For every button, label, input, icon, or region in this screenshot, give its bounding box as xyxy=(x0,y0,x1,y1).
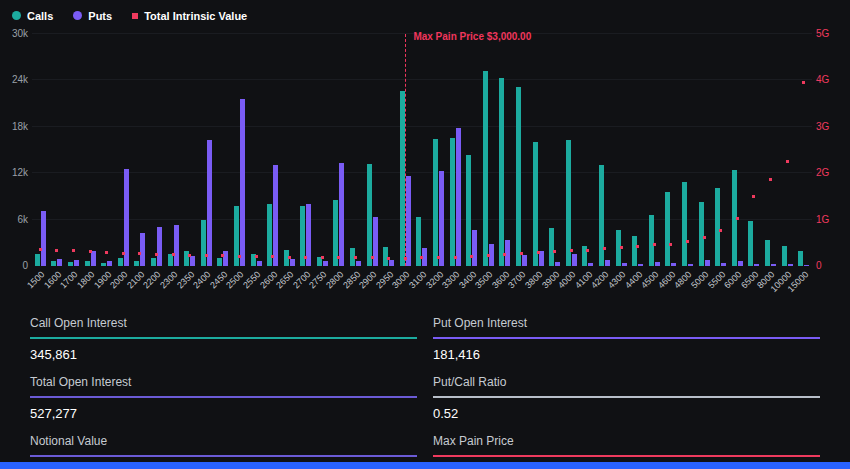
put-bar-4300[interactable] xyxy=(622,263,627,266)
call-bar-2200[interactable] xyxy=(151,258,156,266)
put-bar-2100[interactable] xyxy=(140,233,145,266)
put-bar-2200[interactable] xyxy=(157,227,162,266)
intrinsic-value-point-3900[interactable] xyxy=(553,250,556,253)
call-bar-3900[interactable] xyxy=(549,228,554,266)
call-bar-2100[interactable] xyxy=(134,261,139,266)
intrinsic-value-point-3200[interactable] xyxy=(437,256,440,259)
call-bar-3300[interactable] xyxy=(450,138,455,266)
put-bar-2400[interactable] xyxy=(207,140,212,266)
call-bar-6500[interactable] xyxy=(748,221,753,266)
legend-item-calls[interactable]: Calls xyxy=(12,10,53,22)
intrinsic-value-point-5000[interactable] xyxy=(703,236,706,239)
call-bar-2400[interactable] xyxy=(201,220,206,266)
intrinsic-value-point-4400[interactable] xyxy=(636,245,639,248)
intrinsic-value-point-2500[interactable] xyxy=(238,255,241,258)
intrinsic-value-point-1500[interactable] xyxy=(39,248,42,251)
call-bar-5000[interactable] xyxy=(699,202,704,266)
intrinsic-value-point-15000[interactable] xyxy=(802,81,805,84)
intrinsic-value-point-4300[interactable] xyxy=(620,246,623,249)
intrinsic-value-point-1900[interactable] xyxy=(105,251,108,254)
intrinsic-value-point-3800[interactable] xyxy=(537,251,540,254)
intrinsic-value-point-2200[interactable] xyxy=(155,253,158,256)
call-bar-4200[interactable] xyxy=(599,165,604,266)
call-bar-3800[interactable] xyxy=(533,142,538,267)
intrinsic-value-point-6000[interactable] xyxy=(736,217,739,220)
put-bar-2550[interactable] xyxy=(257,261,262,266)
intrinsic-value-point-2850[interactable] xyxy=(354,256,357,259)
call-bar-1600[interactable] xyxy=(51,261,56,266)
legend-item-total-intrinsic-value[interactable]: Total Intrinsic Value xyxy=(132,10,247,22)
put-bar-5000[interactable] xyxy=(705,260,710,266)
put-bar-1500[interactable] xyxy=(41,211,46,266)
put-bar-3400[interactable] xyxy=(472,230,477,266)
call-bar-10000[interactable] xyxy=(782,246,787,266)
intrinsic-value-point-2650[interactable] xyxy=(288,256,291,259)
put-bar-4500[interactable] xyxy=(655,262,660,266)
intrinsic-value-point-1600[interactable] xyxy=(55,249,58,252)
intrinsic-value-point-2750[interactable] xyxy=(321,256,324,259)
intrinsic-value-point-4000[interactable] xyxy=(570,249,573,252)
put-bar-3700[interactable] xyxy=(522,255,527,266)
call-bar-3000[interactable] xyxy=(400,91,405,266)
call-bar-2000[interactable] xyxy=(118,258,123,266)
intrinsic-value-point-2400[interactable] xyxy=(205,254,208,257)
put-bar-1700[interactable] xyxy=(74,260,79,266)
intrinsic-value-point-2100[interactable] xyxy=(138,252,141,255)
call-bar-15000[interactable] xyxy=(798,251,803,266)
intrinsic-value-point-2300[interactable] xyxy=(172,253,175,256)
put-bar-5500[interactable] xyxy=(721,263,726,266)
intrinsic-value-point-4800[interactable] xyxy=(686,240,689,243)
call-bar-4000[interactable] xyxy=(566,140,571,266)
call-bar-4600[interactable] xyxy=(665,192,670,266)
intrinsic-value-point-8000[interactable] xyxy=(769,178,772,181)
put-bar-2850[interactable] xyxy=(356,261,361,266)
put-bar-3300[interactable] xyxy=(456,128,461,266)
call-bar-1500[interactable] xyxy=(35,254,40,266)
put-bar-2300[interactable] xyxy=(174,225,179,266)
put-bar-2500[interactable] xyxy=(240,99,245,266)
call-bar-3200[interactable] xyxy=(433,139,438,266)
put-bar-3000[interactable] xyxy=(406,176,411,266)
intrinsic-value-point-4600[interactable] xyxy=(669,243,672,246)
put-bar-8000[interactable] xyxy=(771,264,776,266)
put-bar-2350[interactable] xyxy=(190,256,195,266)
put-bar-3900[interactable] xyxy=(555,262,560,266)
intrinsic-value-point-3700[interactable] xyxy=(520,252,523,255)
intrinsic-value-point-3300[interactable] xyxy=(454,256,457,259)
intrinsic-value-point-1800[interactable] xyxy=(89,250,92,253)
call-bar-3400[interactable] xyxy=(466,155,471,266)
call-bar-1900[interactable] xyxy=(101,263,106,266)
intrinsic-value-point-3100[interactable] xyxy=(420,256,423,259)
intrinsic-value-point-4500[interactable] xyxy=(653,243,656,246)
call-bar-2900[interactable] xyxy=(367,164,372,266)
intrinsic-value-point-1700[interactable] xyxy=(72,249,75,252)
put-bar-4800[interactable] xyxy=(688,264,693,266)
put-bar-2800[interactable] xyxy=(339,163,344,266)
intrinsic-value-point-5500[interactable] xyxy=(719,229,722,232)
intrinsic-value-point-2600[interactable] xyxy=(271,255,274,258)
intrinsic-value-point-2000[interactable] xyxy=(122,252,125,255)
call-bar-4500[interactable] xyxy=(649,215,654,266)
put-bar-4000[interactable] xyxy=(572,254,577,266)
call-bar-8000[interactable] xyxy=(765,240,770,266)
put-bar-4200[interactable] xyxy=(605,260,610,266)
intrinsic-value-point-3400[interactable] xyxy=(470,255,473,258)
put-bar-3200[interactable] xyxy=(439,171,444,266)
intrinsic-value-point-2350[interactable] xyxy=(188,254,191,257)
put-bar-1800[interactable] xyxy=(91,251,96,266)
put-bar-4600[interactable] xyxy=(671,263,676,266)
call-bar-4400[interactable] xyxy=(632,236,637,266)
call-bar-5500[interactable] xyxy=(715,188,720,266)
put-bar-15000[interactable] xyxy=(804,265,809,266)
intrinsic-value-point-2800[interactable] xyxy=(337,256,340,259)
put-bar-6000[interactable] xyxy=(738,261,743,266)
intrinsic-value-point-3000[interactable] xyxy=(404,257,407,260)
put-bar-10000[interactable] xyxy=(788,264,793,266)
put-bar-6500[interactable] xyxy=(754,264,759,266)
intrinsic-value-point-2700[interactable] xyxy=(304,256,307,259)
call-bar-3600[interactable] xyxy=(499,78,504,266)
call-bar-1800[interactable] xyxy=(85,261,90,266)
put-bar-1900[interactable] xyxy=(107,261,112,266)
call-bar-1700[interactable] xyxy=(68,262,73,266)
put-bar-4400[interactable] xyxy=(638,264,643,266)
